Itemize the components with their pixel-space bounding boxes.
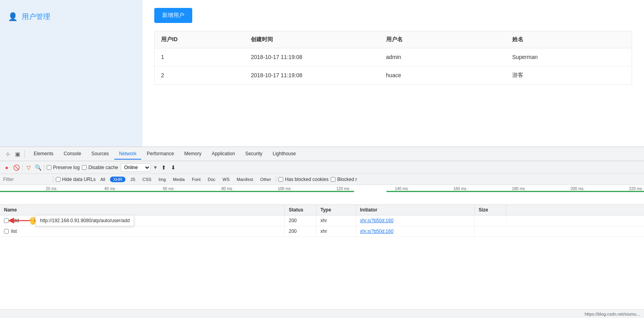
devtools-controls-bar: ● 🚫 ▽ 🔍 Preserve log Disable cache Onlin… — [0, 161, 644, 174]
net-header-status: Status — [285, 205, 316, 215]
filter-ws[interactable]: WS — [220, 177, 232, 182]
network-row-add: add http://192.168 — [0, 215, 644, 226]
separator-1 — [22, 164, 23, 171]
disable-cache-label: Disable cache — [88, 165, 118, 170]
download-icon[interactable]: ⬇ — [170, 164, 177, 171]
net-header-name: Name — [0, 205, 285, 215]
filter-manifest[interactable]: Manifest — [234, 177, 256, 182]
has-blocked-cookies-checkbox[interactable]: Has blocked cookies — [278, 177, 328, 182]
filter-separator-2 — [276, 176, 276, 183]
network-row-list: list 200 xhr xhr.js?b50d:160 — [0, 226, 644, 237]
add-user-button[interactable]: 新增用户 — [154, 8, 192, 23]
table-row: 2 2018-10-17 11:19:08 huace 游客 — [155, 66, 632, 85]
tab-security[interactable]: Security — [241, 149, 267, 160]
hide-data-urls-input[interactable] — [56, 177, 61, 182]
record-button[interactable]: ● — [3, 164, 10, 171]
filter-icon[interactable]: ▽ — [25, 164, 32, 171]
tab-memory[interactable]: Memory — [180, 149, 206, 160]
filter-js[interactable]: JS — [128, 177, 138, 182]
tab-console[interactable]: Console — [59, 149, 86, 160]
row-name-list[interactable]: list — [11, 229, 17, 234]
sidebar-title: 用户管理 — [22, 12, 50, 21]
blocked-r-label: Blocked r — [337, 177, 357, 182]
has-blocked-cookies-input[interactable] — [278, 177, 283, 182]
preserve-log-checkbox[interactable]: Preserve log — [47, 165, 80, 170]
disable-cache-input[interactable] — [82, 165, 87, 170]
tab-elements[interactable]: Elements — [29, 149, 58, 160]
timeline-mark: 20 ms — [0, 187, 59, 191]
filter-font[interactable]: Font — [189, 177, 203, 182]
user-table: 用户ID 创建时间 用户名 姓名 1 2018-10-17 11:19:08 a… — [154, 31, 632, 85]
tab-performance[interactable]: Performance — [142, 149, 179, 160]
device-icon[interactable]: ▣ — [13, 150, 21, 158]
main-content: 新增用户 用户ID 创建时间 用户名 姓名 1 2018-10-17 11:19… — [142, 0, 644, 147]
cell-time: 2018-10-17 11:19:08 — [244, 66, 380, 85]
net-header-initiator: Initiator — [356, 205, 475, 215]
cursor-icon[interactable]: ⊹ — [4, 150, 12, 158]
timeline-mark: 40 ms — [59, 187, 117, 191]
timeline-mark: 60 ms — [117, 187, 176, 191]
net-cell-type-add: xhr — [316, 215, 356, 226]
filter-input[interactable] — [3, 175, 51, 183]
tab-sources[interactable]: Sources — [87, 149, 114, 160]
col-header-time: 创建时间 — [244, 31, 380, 48]
net-cell-type-list: xhr — [316, 226, 356, 236]
hide-data-urls-label: Hide data URLs — [62, 177, 96, 182]
timeline-mark: 220 ms — [585, 187, 644, 191]
tab-lighthouse[interactable]: Lighthouse — [268, 149, 301, 160]
user-icon: 👤 — [8, 12, 18, 21]
net-cell-size-list — [475, 229, 506, 234]
sidebar: 👤 用户管理 — [0, 0, 142, 147]
status-url: https://blog.csdn.net/xiumu... — [585, 312, 640, 316]
table-row: 1 2018-10-17 11:19:08 admin Superman — [155, 48, 632, 66]
filter-all[interactable]: All — [98, 177, 108, 182]
filter-css[interactable]: CSS — [140, 177, 154, 182]
tab-network[interactable]: Network — [114, 149, 141, 160]
disable-cache-checkbox[interactable]: Disable cache — [82, 165, 118, 170]
hide-data-urls-checkbox[interactable]: Hide data URLs — [56, 177, 96, 182]
timeline-mark: 120 ms — [293, 187, 351, 191]
cell-username: admin — [380, 48, 506, 66]
filter-media[interactable]: Media — [170, 177, 187, 182]
upload-icon[interactable]: ⬆ — [160, 164, 167, 171]
timeline-green-segment-1 — [0, 191, 354, 192]
blocked-r-input[interactable] — [331, 177, 335, 182]
filter-img[interactable]: Img — [156, 177, 168, 182]
row-checkbox-list[interactable] — [4, 229, 9, 234]
tab-application[interactable]: Application — [207, 149, 240, 160]
separator-2 — [44, 164, 44, 171]
filter-xhr[interactable]: XHR — [110, 177, 125, 182]
filter-other[interactable]: Other — [258, 177, 274, 182]
has-blocked-cookies-label: Has blocked cookies — [285, 177, 328, 182]
status-bar: https://blog.csdn.net/xiumu... — [0, 309, 644, 318]
throttle-arrow: ▼ — [153, 165, 158, 170]
initiator-link-add[interactable]: xhr.js?b50d:160 — [360, 218, 394, 223]
cell-username: huace — [380, 66, 506, 85]
timeline-ruler: 20 ms40 ms60 ms80 ms100 ms120 ms140 ms16… — [0, 185, 644, 191]
preserve-log-input[interactable] — [47, 165, 51, 170]
filter-separator — [53, 176, 53, 183]
devtools-panel: ⊹ ▣ Elements Console Sources Network Per… — [0, 147, 644, 318]
net-header-size: Size — [475, 205, 506, 215]
network-table-header: Name Status Type Initiator Size — [0, 205, 644, 215]
blocked-r-checkbox[interactable]: Blocked r — [331, 177, 357, 182]
preserve-log-label: Preserve log — [53, 165, 80, 170]
cell-id: 2 — [155, 66, 245, 85]
initiator-link-list[interactable]: xhr.js?b50d:160 — [360, 229, 394, 234]
net-cell-status-add: 200 — [285, 215, 316, 226]
timeline-mark: 140 ms — [351, 187, 410, 191]
sidebar-header: 👤 用户管理 — [0, 8, 142, 29]
devtools-icon-group: ⊹ ▣ — [4, 150, 25, 158]
stop-button[interactable]: 🚫 — [13, 164, 20, 171]
throttle-select[interactable]: Online Fast 3G Slow 3G Offline — [121, 163, 151, 172]
net-cell-name-list: list — [0, 226, 285, 236]
timeline-mark: 160 ms — [410, 187, 468, 191]
net-cell-initiator-list: xhr.js?b50d:160 — [356, 226, 475, 236]
cell-name: 游客 — [506, 66, 632, 85]
search-icon[interactable]: 🔍 — [34, 164, 42, 171]
filter-doc[interactable]: Doc — [205, 177, 218, 182]
timeline-container: 20 ms40 ms60 ms80 ms100 ms120 ms140 ms16… — [0, 185, 644, 205]
net-cell-size-add — [475, 218, 506, 223]
cell-id: 1 — [155, 48, 245, 66]
timeline-green-segment-2 — [386, 191, 644, 192]
